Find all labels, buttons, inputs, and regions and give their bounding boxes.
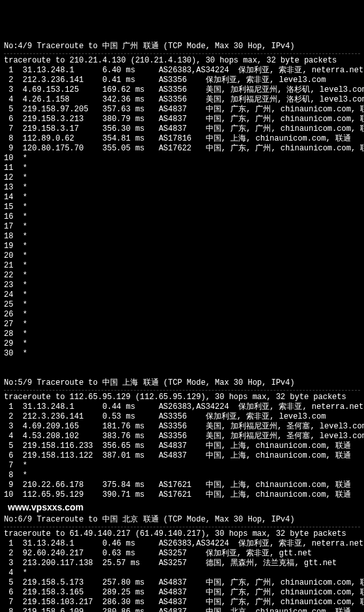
hop-row: 3 213.200.117.138 25.57 ms AS3257 德国, 黑森… <box>4 559 360 568</box>
blank-line <box>4 369 360 378</box>
hop-row: 7 219.158.103.217 286.30 ms AS4837 中国, 广… <box>4 598 360 607</box>
hop-row: 1 31.13.248.1 0.44 ms AS26383,AS34224 保加… <box>4 402 360 412</box>
blank-line <box>4 359 360 369</box>
hop-row: 2 212.3.236.141 0.53 ms AS3356 保加利亚, 索非亚… <box>4 412 360 422</box>
hop-row: 10 112.65.95.129 390.71 ms AS17621 中国, 上… <box>4 490 360 500</box>
separator <box>4 53 360 54</box>
hop-row: 11 * <box>4 163 360 173</box>
hop-row: 27 * <box>4 320 360 329</box>
hop-row: 1 31.13.248.1 6.40 ms AS26383,AS34224 保加… <box>4 66 360 76</box>
hop-row: 8 * <box>4 471 360 480</box>
hop-row: 6 219.158.113.122 387.01 ms AS4837 中国, 上… <box>4 451 360 461</box>
hop-row: 3 4.69.153.125 169.62 ms AS3356 美国, 加利福尼… <box>4 85 360 95</box>
hop-row: 8 112.89.0.62 354.81 ms AS17816 中国, 上海, … <box>4 134 360 144</box>
hop-row: 2 212.3.236.141 0.41 ms AS3356 保加利亚, 索非亚… <box>4 76 360 85</box>
trace-header: No:6/9 Traceroute to 中国 北京 联通 (TCP Mode,… <box>4 515 360 525</box>
hop-row: 9 120.80.175.70 355.05 ms AS17622 中国, 广东… <box>4 144 360 154</box>
hop-row: 26 * <box>4 310 360 320</box>
hop-row: 24 * <box>4 290 360 300</box>
hop-row: 4 * <box>4 568 360 578</box>
hop-row: 9 210.22.66.178 375.84 ms AS17621 中国, 上海… <box>4 480 360 490</box>
separator <box>4 527 360 527</box>
trace-header: No:5/9 Traceroute to 中国 上海 联通 (TCP Mode,… <box>4 378 360 388</box>
hop-row: 16 * <box>4 212 360 222</box>
hop-row: 5 219.158.97.205 357.63 ms AS4837 中国, 广东… <box>4 105 360 115</box>
hop-row: 13 * <box>4 183 360 193</box>
separator <box>4 390 360 391</box>
hop-row: 17 * <box>4 222 360 232</box>
hop-row: 4 4.26.1.158 342.36 ms AS3356 美国, 加利福尼亚州… <box>4 95 360 105</box>
watermark: www.vpsxxs.com <box>8 503 360 512</box>
hop-row: 7 219.158.3.17 356.30 ms AS4837 中国, 广东, … <box>4 124 360 134</box>
trace-header: No:4/9 Traceroute to 中国 广州 联通 (TCP Mode,… <box>4 42 360 51</box>
hop-row: 21 * <box>4 261 360 271</box>
hop-row: 2 92.60.240.217 0.63 ms AS3257 保加利亚, 索非亚… <box>4 549 360 559</box>
hop-row: 28 * <box>4 329 360 339</box>
hop-row: 1 31.13.248.1 0.46 ms AS26383,AS34224 保加… <box>4 539 360 549</box>
hop-row: 10 * <box>4 154 360 163</box>
hop-row: 25 * <box>4 300 360 310</box>
trace-summary: traceroute to 112.65.95.129 (112.65.95.1… <box>4 393 360 402</box>
hop-row: 20 * <box>4 251 360 261</box>
trace-summary: traceroute to 61.49.140.217 (61.49.140.2… <box>4 529 360 539</box>
hop-row: 14 * <box>4 193 360 202</box>
hop-row: 6 219.158.3.213 380.79 ms AS4837 中国, 广东,… <box>4 115 360 124</box>
hop-row: 4 4.53.208.102 383.76 ms AS3356 美国, 加利福尼… <box>4 432 360 441</box>
hop-row: 18 * <box>4 232 360 242</box>
hop-row: 23 * <box>4 281 360 290</box>
hop-row: 15 * <box>4 202 360 212</box>
hop-row: 6 219.158.3.165 289.25 ms AS4837 中国, 广东,… <box>4 588 360 598</box>
hop-row: 8 219.158.6.109 280.86 ms AS4837 中国, 北京,… <box>4 607 360 612</box>
hop-row: 29 * <box>4 339 360 349</box>
hop-row: 12 * <box>4 173 360 183</box>
hop-row: 19 * <box>4 242 360 251</box>
hop-row: 3 4.69.209.165 181.76 ms AS3356 美国, 加利福尼… <box>4 422 360 432</box>
hop-row: 5 219.158.5.173 257.80 ms AS4837 中国, 广东,… <box>4 578 360 588</box>
hop-row: 7 * <box>4 461 360 471</box>
terminal-output: No:4/9 Traceroute to 中国 广州 联通 (TCP Mode,… <box>4 42 360 612</box>
hop-row: 30 * <box>4 349 360 359</box>
hop-row: 5 219.158.116.233 356.65 ms AS4837 中国, 上… <box>4 441 360 451</box>
trace-summary: traceroute to 210.21.4.130 (210.21.4.130… <box>4 56 360 66</box>
hop-row: 22 * <box>4 271 360 281</box>
